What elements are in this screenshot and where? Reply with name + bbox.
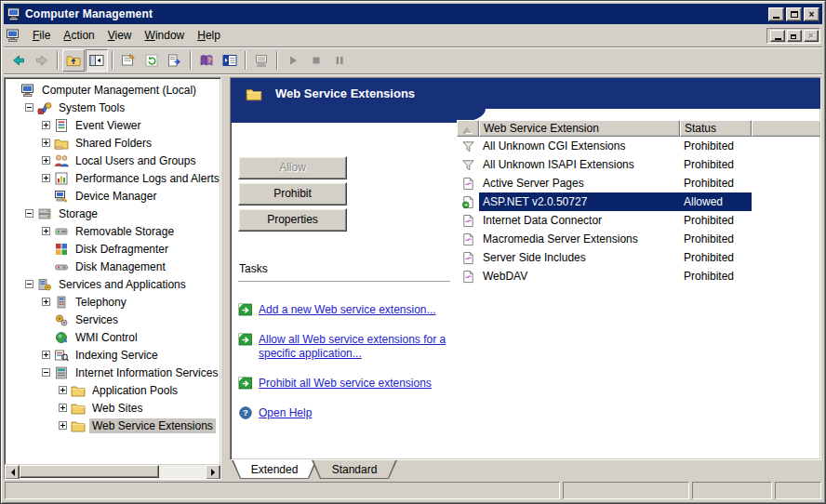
pause-button[interactable]: [328, 49, 351, 72]
prohibit-button[interactable]: Prohibit: [238, 182, 347, 206]
scrollbar-thumb[interactable]: [20, 465, 159, 478]
mdi-system-menu-icon[interactable]: [6, 28, 20, 43]
tree-item-removable-storage[interactable]: Removable Storage: [8, 222, 220, 240]
expand-icon[interactable]: [59, 404, 67, 412]
properties-button[interactable]: Properties: [238, 208, 347, 232]
tab-standard[interactable]: Standard: [312, 460, 397, 479]
extension-row-webdav[interactable]: WebDAVProhibited: [457, 267, 821, 285]
tree-item-application-pools[interactable]: Application Pools: [8, 381, 220, 399]
tree-item-system-tools[interactable]: System Tools: [8, 99, 220, 116]
show-taskpad-button[interactable]: [219, 49, 241, 72]
collapse-icon[interactable]: [42, 368, 50, 377]
expand-icon[interactable]: [42, 351, 50, 359]
extension-icon-cell: [457, 174, 479, 192]
extension-row-active-server-pages[interactable]: Active Server PagesProhibited: [457, 174, 821, 192]
tree-item-local-users-and-groups[interactable]: Local Users and Groups: [8, 152, 220, 169]
tree-item-wmi-control[interactable]: WMI Control: [8, 328, 220, 346]
minimize-button[interactable]: [768, 7, 784, 21]
remote-computer-button[interactable]: [250, 49, 273, 72]
show-hide-tree-button[interactable]: [86, 49, 108, 72]
extension-row-internet-data-connector[interactable]: Internet Data ConnectorProhibited: [457, 211, 821, 230]
column-header-web-service-extension[interactable]: Web Service Extension: [479, 120, 680, 137]
tab-extended[interactable]: Extended: [232, 460, 317, 479]
scrollbar-track[interactable]: [159, 465, 206, 479]
mdi-restore-button[interactable]: [787, 30, 802, 42]
script-icon: [461, 177, 475, 191]
extension-row-server-side-includes[interactable]: Server Side IncludesProhibited: [457, 248, 821, 267]
extension-icon-cell: [457, 267, 479, 285]
tree-item-label: Shared Folders: [73, 136, 154, 151]
tree-item-web-sites[interactable]: Web Sites: [8, 399, 220, 417]
extension-row-all-unknown-cgi-extensions[interactable]: All Unknown CGI ExtensionsProhibited: [457, 137, 821, 155]
tree-horizontal-scrollbar[interactable]: [5, 464, 220, 479]
tree-item-label: System Tools: [56, 100, 127, 115]
play-button[interactable]: [282, 49, 304, 72]
task-link-add-a-new-web-service-extension[interactable]: Add a new Web service extension...: [238, 303, 454, 317]
mdi-close-button[interactable]: ×: [804, 30, 819, 42]
tree-item-computer-management-local[interactable]: Computer Management (Local): [8, 81, 220, 99]
tree-item-disk-management[interactable]: Disk Management: [8, 258, 220, 275]
back-button[interactable]: [7, 49, 30, 72]
tree-item-performance-logs-and-alerts[interactable]: Performance Logs and Alerts: [8, 169, 220, 187]
collapse-icon[interactable]: [25, 280, 33, 288]
expand-icon[interactable]: [42, 121, 50, 129]
tree-item-device-manager[interactable]: Device Manager: [8, 187, 220, 205]
collapse-icon[interactable]: [25, 209, 33, 218]
column-header-status[interactable]: Status: [680, 120, 752, 137]
collapse-icon[interactable]: [25, 103, 33, 112]
task-link-prohibit-all-web-service-extensions[interactable]: Prohibit all Web service extensions: [238, 377, 454, 391]
menu-window[interactable]: Window: [139, 26, 192, 45]
tree-item-shared-folders[interactable]: Shared Folders: [8, 134, 220, 152]
maximize-button[interactable]: [786, 7, 802, 21]
expand-icon[interactable]: [42, 139, 50, 147]
expand-icon[interactable]: [42, 227, 50, 235]
tree-item-event-viewer[interactable]: Event Viewer: [8, 116, 220, 134]
task-link-open-help[interactable]: ?Open Help: [238, 406, 454, 420]
event-viewer-icon: [54, 118, 69, 133]
scroll-right-button[interactable]: [206, 465, 220, 480]
expand-icon[interactable]: [59, 386, 67, 394]
forward-button[interactable]: [31, 49, 53, 72]
expand-icon[interactable]: [59, 421, 67, 430]
extension-row-asp-net-v2-0-50727[interactable]: ASP.NET v2.0.50727Allowed: [457, 192, 821, 211]
extension-icon-cell: [457, 230, 479, 248]
properties-button[interactable]: [117, 49, 140, 72]
up-one-level-button[interactable]: [62, 49, 85, 72]
tree-item-storage[interactable]: Storage: [8, 205, 220, 222]
tree-item-label: Indexing Service: [73, 348, 161, 363]
mdi-minimize-button[interactable]: [770, 30, 785, 42]
empty-cell: [752, 211, 821, 230]
stop-button[interactable]: [305, 49, 327, 72]
extension-status: Prohibited: [680, 211, 752, 230]
help-book-button[interactable]: ?: [195, 49, 218, 72]
tree-item-indexing-service[interactable]: Indexing Service: [8, 346, 220, 364]
tree-item-services-and-applications[interactable]: Services and Applications: [8, 275, 220, 293]
expand-icon[interactable]: [42, 174, 50, 182]
tree-item-disk-defragmenter[interactable]: Disk Defragmenter: [8, 240, 220, 258]
expand-icon[interactable]: [42, 156, 50, 165]
tree-item-internet-information-services[interactable]: Internet Information Services: [8, 364, 220, 381]
tree-item-services[interactable]: Services: [8, 311, 220, 328]
column-header[interactable]: [752, 120, 821, 137]
menu-action[interactable]: Action: [57, 26, 100, 45]
allow-button[interactable]: Allow: [238, 156, 347, 179]
column-header[interactable]: [457, 120, 479, 137]
refresh-button[interactable]: [140, 49, 163, 72]
export-list-button[interactable]: [164, 49, 186, 72]
close-button[interactable]: ×: [804, 7, 819, 21]
extension-row-all-unknown-isapi-extensions[interactable]: All Unknown ISAPI ExtensionsProhibited: [457, 155, 821, 174]
expand-icon[interactable]: [42, 298, 50, 306]
tree-item-telephony[interactable]: Telephony: [8, 293, 220, 311]
menu-help[interactable]: Help: [191, 26, 227, 45]
pane-splitter[interactable]: [221, 77, 230, 480]
menu-file[interactable]: File: [26, 26, 57, 45]
help-icon: ?: [238, 405, 253, 420]
scroll-left-button[interactable]: [5, 465, 20, 480]
empty-cell: [752, 155, 821, 174]
menu-view[interactable]: View: [101, 26, 139, 45]
task-link-label: Open Help: [259, 406, 312, 420]
task-link-allow-all-web-service-extensions-for-a-specific-application[interactable]: Allow all Web service extensions for a s…: [238, 333, 454, 361]
extension-row-macromedia-server-extensions[interactable]: Macromedia Server ExtensionsProhibited: [457, 230, 821, 248]
tree-item-web-service-extensions[interactable]: Web Service Extensions: [8, 417, 220, 434]
extension-name: Active Server Pages: [479, 174, 680, 192]
